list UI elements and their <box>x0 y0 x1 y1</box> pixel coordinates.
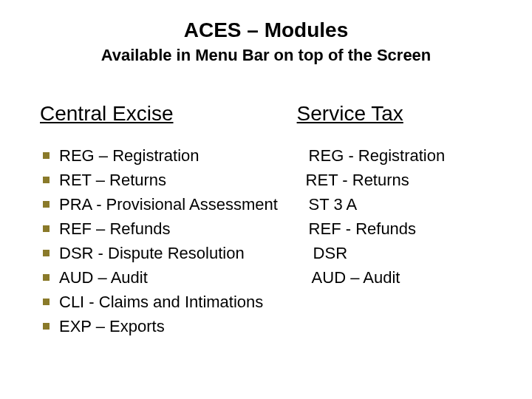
column-service-tax: Service Tax REG - Registration RET - Ret… <box>296 102 510 290</box>
list-item: EXP – Exports <box>59 314 296 338</box>
slide-subtitle: Available in Menu Bar on top of the Scre… <box>22 46 510 65</box>
column-heading-left: Central Excise <box>40 102 296 126</box>
slide-title: ACES – Modules <box>22 18 510 43</box>
column-heading-right: Service Tax <box>297 102 510 126</box>
list-item: RET - Returns <box>301 168 510 192</box>
list-item: RET – Returns <box>59 168 296 192</box>
list-item: ST 3 A <box>301 192 510 216</box>
list-item: REG – Registration <box>59 143 296 168</box>
list-item: DSR - Dispute Resolution <box>59 241 296 265</box>
list-item: REF - Refunds <box>301 216 510 241</box>
list-item: PRA - Provisional Assessment <box>59 192 296 216</box>
list-item: CLI - Claims and Intimations <box>59 290 296 314</box>
list-item: AUD – Audit <box>59 265 296 290</box>
slide: ACES – Modules Available in Menu Bar on … <box>0 0 532 399</box>
columns: Central Excise REG – Registration RET – … <box>22 102 510 338</box>
list-item: REG - Registration <box>301 143 510 168</box>
column-central-excise: Central Excise REG – Registration RET – … <box>22 102 296 338</box>
list-item: DSR <box>301 241 510 265</box>
list-item: AUD – Audit <box>301 265 510 290</box>
list-item: REF – Refunds <box>59 216 296 241</box>
module-list-right: REG - Registration RET - Returns ST 3 A … <box>296 143 510 290</box>
module-list-left: REG – Registration RET – Returns PRA - P… <box>43 143 296 338</box>
